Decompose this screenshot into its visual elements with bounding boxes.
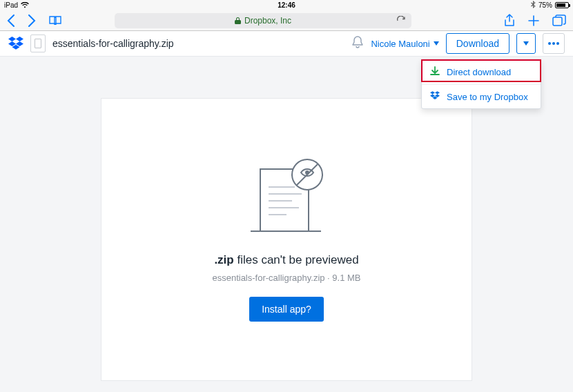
- chevron-down-icon: [434, 41, 439, 46]
- new-tab-button[interactable]: [527, 14, 540, 27]
- dropbox-header: essentials-for-calligraphy.zip Nicole Ma…: [0, 31, 573, 57]
- preview-card: .zip files can't be previewed essentials…: [101, 98, 472, 381]
- download-button[interactable]: Download: [446, 33, 509, 54]
- more-button[interactable]: [543, 33, 565, 54]
- user-menu[interactable]: Nicole Mauloni: [371, 39, 438, 49]
- reload-button[interactable]: [396, 16, 406, 26]
- battery-icon: [555, 2, 569, 8]
- install-app-button[interactable]: Install app?: [249, 297, 324, 322]
- wifi-icon: [21, 2, 29, 8]
- address-text: Dropbox, Inc: [244, 16, 291, 26]
- lock-icon: [235, 17, 241, 24]
- clock: 12:46: [278, 1, 295, 9]
- file-thumb-icon: [30, 35, 46, 52]
- safari-toolbar: Dropbox, Inc: [0, 10, 573, 31]
- dropbox-icon: [430, 91, 440, 102]
- device-label: iPad: [4, 1, 18, 9]
- back-button[interactable]: [7, 14, 15, 27]
- forward-button[interactable]: [28, 14, 36, 27]
- save-to-dropbox-label: Save to my Dropbox: [447, 92, 528, 102]
- bluetooth-icon: [531, 1, 536, 10]
- svg-rect-0: [553, 17, 562, 26]
- direct-download-item[interactable]: Direct download: [422, 60, 541, 84]
- save-to-dropbox-item[interactable]: Save to my Dropbox: [422, 84, 541, 108]
- file-name: essentials-for-calligraphy.zip: [52, 38, 174, 49]
- dropbox-logo-icon[interactable]: [8, 37, 23, 50]
- preview-headline: .zip files can't be previewed: [214, 253, 358, 267]
- user-name-label: Nicole Mauloni: [371, 39, 429, 49]
- download-label: Download: [456, 38, 499, 49]
- notifications-icon[interactable]: [351, 36, 364, 51]
- ios-status-bar: iPad 12:46 75%: [0, 0, 573, 10]
- direct-download-label: Direct download: [447, 67, 511, 77]
- download-caret-button[interactable]: [516, 33, 536, 54]
- download-icon: [430, 66, 440, 78]
- share-button[interactable]: [504, 14, 515, 28]
- address-bar[interactable]: Dropbox, Inc: [115, 13, 411, 28]
- no-preview-illustration: [238, 157, 335, 239]
- battery-pct: 75%: [538, 1, 552, 9]
- tabs-button[interactable]: [552, 14, 566, 27]
- bookmarks-button[interactable]: [48, 15, 62, 26]
- preview-subline: essentials-for-calligraphy.zip · 9.1 MB: [212, 273, 360, 283]
- chevron-down-icon: [523, 41, 529, 46]
- download-dropdown: Direct download Save to my Dropbox: [421, 59, 541, 109]
